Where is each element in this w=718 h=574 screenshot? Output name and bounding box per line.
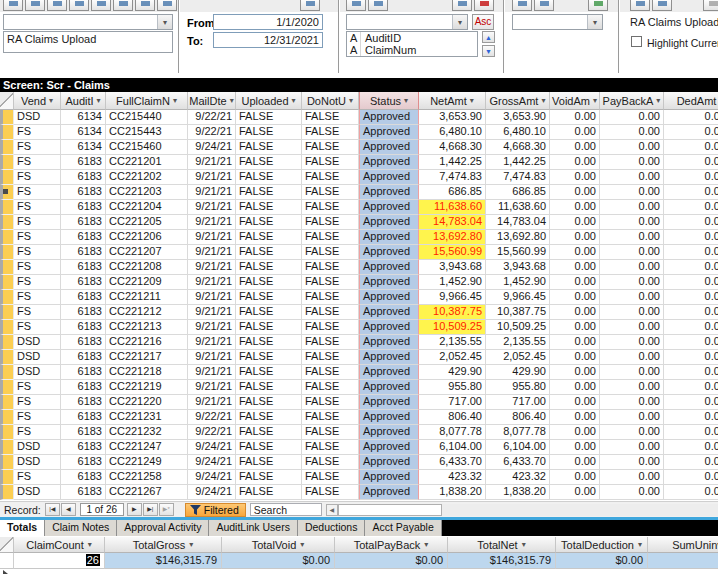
cell-gross[interactable]: 15,560.99	[486, 245, 550, 260]
cell-payback[interactable]: 0.00	[600, 320, 664, 335]
toolbar-button[interactable]	[534, 0, 554, 11]
cell-ded[interactable]: 0.00	[664, 215, 718, 230]
cell-net[interactable]: 4,668.30	[419, 140, 486, 155]
cell-payback[interactable]: 0.00	[600, 140, 664, 155]
cell-gross[interactable]: 6,480.10	[486, 125, 550, 140]
cell-gross[interactable]: 3,653.90	[486, 110, 550, 125]
cell-void[interactable]: 0.00	[550, 485, 600, 500]
cell-status[interactable]: Approved	[359, 470, 419, 485]
record-selector[interactable]	[0, 200, 14, 215]
cell-status[interactable]: Approved	[359, 215, 419, 230]
cell-void[interactable]: 0.00	[550, 290, 600, 305]
cell-vend[interactable]: FS	[14, 185, 61, 200]
cell-void[interactable]: 0.00	[550, 245, 600, 260]
tab-acct-payable[interactable]: Acct Payable	[365, 520, 441, 536]
cell-uploaded[interactable]: FALSE	[236, 470, 302, 485]
cell-void[interactable]: 0.00	[550, 140, 600, 155]
table-row[interactable]: FS6183CC2212589/24/21FALSEFALSEApproved4…	[0, 470, 718, 485]
cell-vend[interactable]: FS	[14, 155, 61, 170]
record-selector[interactable]	[0, 410, 14, 425]
cell-audit[interactable]: 6183	[61, 275, 106, 290]
cell-claim[interactable]: CC221258	[106, 470, 188, 485]
cell-vend[interactable]: FS	[14, 200, 61, 215]
totals-header-TotalGross[interactable]: TotalGross▾	[105, 537, 222, 553]
next-record-button[interactable]: ▶	[127, 503, 142, 516]
cell-ded[interactable]: 0.00	[664, 110, 718, 125]
cell-donot[interactable]: FALSE	[302, 350, 359, 365]
cell-status[interactable]: Approved	[359, 290, 419, 305]
cell-audit[interactable]: 6134	[61, 140, 106, 155]
toolbar-button[interactable]	[300, 0, 320, 11]
cell-audit[interactable]: 6134	[61, 125, 106, 140]
sort-dropdown-icon[interactable]: ▾	[522, 540, 526, 549]
cell-void[interactable]: 0.00	[550, 335, 600, 350]
cell-gross[interactable]: 3,943.68	[486, 260, 550, 275]
cell-donot[interactable]: FALSE	[302, 185, 359, 200]
previous-record-button[interactable]: ◀	[61, 503, 76, 516]
cell-gross[interactable]: 686.85	[486, 185, 550, 200]
cell-payback[interactable]: 0.00	[600, 425, 664, 440]
cell-payback[interactable]: 0.00	[600, 455, 664, 470]
record-selector[interactable]	[0, 440, 14, 455]
cell-mail[interactable]: 9/21/21	[188, 215, 236, 230]
totals-header-ClaimCount[interactable]: ClaimCount▾	[14, 537, 105, 553]
cell-vend[interactable]: FS	[14, 215, 61, 230]
cell-gross[interactable]: 10,509.25	[486, 320, 550, 335]
cell-gross[interactable]: 14,783.04	[486, 215, 550, 230]
cell-gross[interactable]: 955.80	[486, 380, 550, 395]
sort-dropdown-icon[interactable]: ▾	[97, 96, 101, 105]
cell-audit[interactable]: 6183	[61, 380, 106, 395]
column-header-payback[interactable]: PayBackA▾	[600, 92, 664, 110]
new-record-button[interactable]: ▶*	[159, 503, 174, 516]
cell-net[interactable]: 10,509.25	[419, 320, 486, 335]
table-row[interactable]: DSD6134CC2154409/22/21FALSEFALSEApproved…	[0, 110, 718, 125]
cell-vend[interactable]: FS	[14, 305, 61, 320]
cell-donot[interactable]: FALSE	[302, 155, 359, 170]
cell-uploaded[interactable]: FALSE	[236, 365, 302, 380]
sort-dropdown-icon[interactable]: ▾	[541, 96, 545, 105]
cell-vend[interactable]: DSD	[14, 485, 61, 500]
column-header-mail[interactable]: MailDte▾	[188, 92, 236, 110]
cell-claim[interactable]: CC221219	[106, 380, 188, 395]
cell-payback[interactable]: 0.00	[600, 290, 664, 305]
cell-net[interactable]: 1,838.20	[419, 485, 486, 500]
cell-audit[interactable]: 6183	[61, 425, 106, 440]
cell-gross[interactable]: 7,474.83	[486, 170, 550, 185]
cell-mail[interactable]: 9/21/21	[188, 260, 236, 275]
totals-header-TotalPayBack[interactable]: TotalPayBack▾	[335, 537, 448, 553]
cell-audit[interactable]: 6183	[61, 305, 106, 320]
cell-claim[interactable]: CC221267	[106, 485, 188, 500]
cell-audit[interactable]: 6183	[61, 290, 106, 305]
cell-claim[interactable]: CC221201	[106, 155, 188, 170]
cell-ded[interactable]: 0.00	[664, 170, 718, 185]
toolbar-button[interactable]	[346, 0, 366, 11]
tab-claim-notes[interactable]: Claim Notes	[45, 520, 117, 536]
cell-donot[interactable]: FALSE	[302, 455, 359, 470]
cell-gross[interactable]: 1,838.20	[486, 485, 550, 500]
cell-ded[interactable]: 0.00	[664, 260, 718, 275]
cell-ded[interactable]: 0.00	[664, 155, 718, 170]
cell-ded[interactable]: 0.00	[664, 395, 718, 410]
cell-vend[interactable]: FS	[14, 395, 61, 410]
from-date-field[interactable]: 1/1/2020	[213, 14, 323, 30]
record-selector[interactable]	[0, 275, 14, 290]
tab-totals[interactable]: Totals	[0, 520, 45, 536]
cell-donot[interactable]: FALSE	[302, 335, 359, 350]
cell-claim[interactable]: CC221202	[106, 170, 188, 185]
cell-status[interactable]: Approved	[359, 230, 419, 245]
cell-ded[interactable]: 0.00	[664, 335, 718, 350]
cell-mail[interactable]: 9/21/21	[188, 380, 236, 395]
cell-void[interactable]: 0.00	[550, 110, 600, 125]
cell-vend[interactable]: DSD	[14, 440, 61, 455]
record-selector[interactable]	[0, 230, 14, 245]
column-header-ded[interactable]: DedAmt	[664, 92, 718, 110]
cell-mail[interactable]: 9/22/21	[188, 410, 236, 425]
record-selector[interactable]	[0, 170, 14, 185]
cell-void[interactable]: 0.00	[550, 380, 600, 395]
cell-payback[interactable]: 0.00	[600, 230, 664, 245]
cell-donot[interactable]: FALSE	[302, 245, 359, 260]
totals-value-claimcount[interactable]: 26	[14, 553, 105, 569]
cell-payback[interactable]: 0.00	[600, 440, 664, 455]
cell-uploaded[interactable]: FALSE	[236, 140, 302, 155]
upload-combo[interactable]: ▾	[3, 14, 173, 30]
